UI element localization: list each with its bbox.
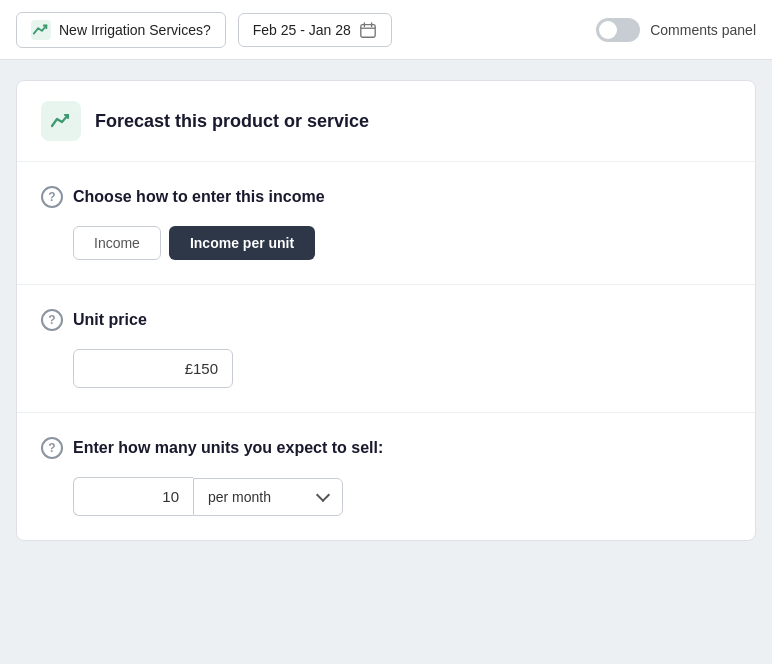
svg-rect-0 [361,24,375,37]
product-button[interactable]: New Irrigation Services? [16,12,226,48]
units-sell-help-icon[interactable]: ? [41,437,63,459]
header-icon [41,101,81,141]
trend-icon [31,20,51,40]
forecast-card: Forecast this product or service ? Choos… [16,80,756,541]
card-header: Forecast this product or service [17,81,755,162]
units-period-select[interactable]: per month [193,478,343,516]
date-range-text: Feb 25 - Jan 28 [253,22,351,38]
income-type-title-row: ? Choose how to enter this income [41,186,731,208]
units-period-text: per month [208,489,271,505]
units-sell-row: per month [73,477,731,516]
units-sell-title-row: ? Enter how many units you expect to sel… [41,437,731,459]
top-bar: New Irrigation Services? Feb 25 - Jan 28… [0,0,772,60]
unit-price-title-row: ? Unit price [41,309,731,331]
calendar-icon [359,21,377,39]
units-sell-label: Enter how many units you expect to sell: [73,439,383,457]
price-input-wrapper [73,349,731,388]
card-title: Forecast this product or service [95,111,369,132]
income-type-buttons: Income Income per unit [73,226,731,260]
unit-price-section: ? Unit price [17,285,755,413]
units-quantity-input[interactable] [73,477,193,516]
income-type-label: Choose how to enter this income [73,188,325,206]
comments-label: Comments panel [650,22,756,38]
income-type-help-icon[interactable]: ? [41,186,63,208]
income-per-unit-button[interactable]: Income per unit [169,226,315,260]
unit-price-label: Unit price [73,311,147,329]
header-trend-icon [49,109,73,133]
chevron-down-icon [316,487,330,501]
units-sell-section: ? Enter how many units you expect to sel… [17,413,755,540]
product-name: New Irrigation Services? [59,22,211,38]
unit-price-input[interactable] [73,349,233,388]
main-content: Forecast this product or service ? Choos… [0,60,772,664]
income-button[interactable]: Income [73,226,161,260]
comments-toggle-container: Comments panel [596,18,756,42]
income-type-section: ? Choose how to enter this income Income… [17,162,755,285]
comments-toggle[interactable] [596,18,640,42]
toggle-slider [596,18,640,42]
unit-price-help-icon[interactable]: ? [41,309,63,331]
date-range-button[interactable]: Feb 25 - Jan 28 [238,13,392,47]
